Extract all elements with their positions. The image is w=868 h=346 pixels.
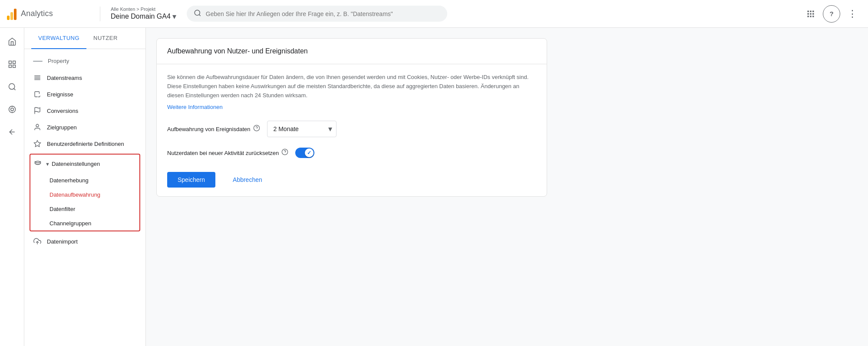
- nutzerdaten-row: Nutzerdaten bei neuer Aktivität zurückse…: [167, 148, 536, 158]
- svg-line-1: [199, 14, 200, 16]
- breadcrumb: Alle Konten > Projekt: [111, 7, 176, 12]
- sidebar-item-datenimport[interactable]: Datenimport: [24, 233, 145, 250]
- card-title: Aufbewahrung von Nutzer- und Ereignisdat…: [167, 47, 536, 55]
- app-header: Analytics Alle Konten > Projekt Deine Do…: [0, 0, 868, 28]
- benutzerdefinierte-label: Benutzerdefinierte Definitionen: [47, 141, 137, 147]
- card-body: Sie können die Aufbewahrungsdauer für Da…: [157, 64, 547, 196]
- datenimport-icon: [33, 237, 42, 245]
- dateneinstellungen-arrow: ▼: [45, 161, 50, 167]
- more-info-link[interactable]: Weitere Informationen: [167, 104, 223, 110]
- svg-point-18: [10, 108, 13, 111]
- advertising-nav-button[interactable]: [2, 99, 23, 120]
- action-row: Speichern Abbrechen: [167, 172, 536, 188]
- svg-rect-12: [13, 61, 15, 64]
- tab-verwaltung[interactable]: VERWALTUNG: [31, 28, 86, 49]
- cancel-button[interactable]: Abbrechen: [222, 172, 273, 188]
- settings-card: Aufbewahrung von Nutzer- und Ereignisdat…: [156, 38, 547, 197]
- svg-point-0: [195, 10, 200, 15]
- ereignisdaten-label: Aufbewahrung von Ereignisdaten: [167, 125, 260, 133]
- ereignisdaten-select[interactable]: 2 Monate 14 Monate: [267, 121, 337, 137]
- header-actions: ? ⋮: [802, 5, 861, 23]
- domain-name: Deine Domain GA4: [111, 13, 171, 20]
- tab-nutzer[interactable]: NUTZER: [86, 28, 125, 49]
- main-content: Aufbewahrung von Nutzer- und Ereignisdat…: [146, 28, 868, 346]
- datenstreams-icon: [33, 74, 42, 82]
- property-dash-icon: [33, 61, 43, 62]
- zielgruppen-icon: [33, 123, 42, 131]
- domain-selector[interactable]: Deine Domain GA4 ▾: [111, 12, 176, 21]
- sidebar-item-datenfilter[interactable]: Datenfilter: [30, 202, 139, 216]
- sidebar-item-datenerhebung[interactable]: Datenerhebung: [30, 173, 139, 188]
- help-button[interactable]: ?: [823, 5, 840, 23]
- toggle-check-icon: ✓: [307, 150, 311, 156]
- card-header: Aufbewahrung von Nutzer- und Ereignisdat…: [157, 39, 547, 64]
- svg-rect-11: [9, 61, 11, 64]
- svg-point-33: [282, 149, 288, 155]
- sidebar-tabs: VERWALTUNG NUTZER: [24, 28, 145, 49]
- dateneinstellungen-label: Dateneinstellungen: [52, 161, 100, 167]
- svg-line-16: [13, 89, 15, 90]
- card-description: Sie können die Aufbewahrungsdauer für Da…: [167, 73, 536, 100]
- sidebar-menu: Property Datenstreams: [24, 49, 145, 253]
- sidebar: VERWALTUNG NUTZER Property: [24, 28, 146, 346]
- datenimport-label: Datenimport: [47, 238, 137, 245]
- svg-rect-9: [810, 16, 811, 17]
- app-layout: VERWALTUNG NUTZER Property: [0, 28, 868, 346]
- property-label: Property: [48, 58, 69, 64]
- svg-rect-10: [812, 16, 814, 17]
- save-button[interactable]: Speichern: [167, 172, 215, 188]
- back-nav-button[interactable]: [2, 122, 23, 142]
- sidebar-item-channelgruppen[interactable]: Channelgruppen: [30, 216, 139, 231]
- left-nav: [0, 28, 24, 346]
- home-nav-button[interactable]: [2, 31, 23, 52]
- ereignisse-icon: [33, 90, 42, 98]
- sidebar-item-datenaufbewahrung[interactable]: Datenaufbewahrung: [30, 188, 139, 202]
- logo-area: Analytics: [7, 8, 89, 20]
- property-header: Property: [24, 53, 145, 69]
- sidebar-item-datenstreams[interactable]: Datenstreams: [24, 69, 145, 86]
- benutzerdefinierte-icon: [33, 140, 42, 148]
- svg-rect-2: [808, 10, 809, 12]
- sidebar-item-ereignisse[interactable]: Ereignisse: [24, 86, 145, 102]
- ereignisdaten-select-wrapper: 2 Monate 14 Monate ▾: [267, 121, 337, 137]
- svg-rect-6: [810, 13, 811, 14]
- logo-bar-2: [10, 12, 13, 20]
- logo-icon: [7, 8, 17, 20]
- app-name: Analytics: [21, 9, 53, 18]
- nutzerdaten-help-icon[interactable]: [281, 148, 288, 157]
- chevron-down-icon: ▾: [172, 12, 176, 21]
- reports-nav-button[interactable]: [2, 54, 23, 75]
- datenstreams-label: Datenstreams: [47, 75, 137, 81]
- ereignisse-label: Ereignisse: [47, 91, 137, 98]
- explore-nav-button[interactable]: [2, 76, 23, 97]
- svg-marker-28: [34, 141, 41, 147]
- ereignisdaten-help-icon[interactable]: [253, 125, 260, 133]
- sidebar-item-conversions[interactable]: Conversions: [24, 102, 145, 119]
- apps-button[interactable]: [802, 5, 819, 23]
- nutzerdaten-toggle[interactable]: ✓: [295, 148, 314, 158]
- svg-point-27: [36, 124, 39, 127]
- sidebar-item-benutzerdefinierte[interactable]: Benutzerdefinierte Definitionen: [24, 135, 145, 152]
- svg-rect-5: [808, 13, 809, 14]
- svg-rect-14: [13, 65, 15, 68]
- svg-rect-4: [812, 10, 814, 12]
- svg-rect-7: [812, 13, 814, 14]
- svg-point-15: [9, 84, 14, 89]
- more-options-button[interactable]: ⋮: [844, 5, 861, 23]
- svg-point-17: [9, 106, 15, 113]
- account-area: Alle Konten > Projekt Deine Domain GA4 ▾: [100, 7, 176, 21]
- logo-bar-3: [14, 9, 17, 20]
- logo-bar-1: [7, 16, 10, 20]
- svg-rect-13: [9, 65, 11, 68]
- search-bar[interactable]: [187, 6, 447, 22]
- zielgruppen-label: Zielgruppen: [47, 124, 137, 131]
- dateneinstellungen-icon: [34, 159, 42, 169]
- svg-rect-8: [808, 16, 809, 17]
- dateneinstellungen-section: ▼ Dateneinstellungen Datenerhebung Daten…: [30, 154, 140, 231]
- search-input[interactable]: [206, 10, 440, 17]
- svg-point-31: [254, 125, 259, 131]
- search-icon: [194, 9, 201, 18]
- dateneinstellungen-header[interactable]: ▼ Dateneinstellungen: [30, 155, 139, 173]
- conversions-label: Conversions: [47, 108, 137, 114]
- sidebar-item-zielgruppen[interactable]: Zielgruppen: [24, 119, 145, 135]
